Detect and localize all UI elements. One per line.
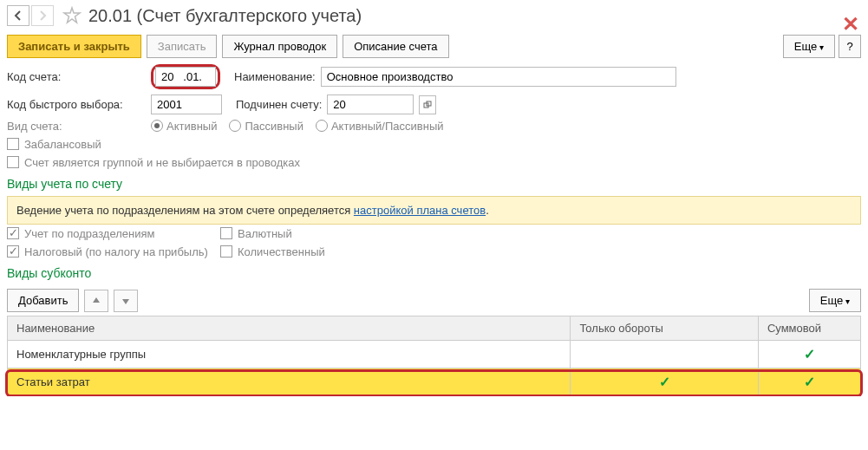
col-turnover: Только обороты <box>571 316 758 341</box>
col-sum: Суммовой <box>758 316 860 341</box>
move-down-button[interactable] <box>114 290 138 312</box>
quickcode-input[interactable] <box>151 95 222 114</box>
account-kind-radio-group: Активный Пассивный Активный/Пассивный <box>151 120 444 133</box>
radio-active[interactable]: Активный <box>151 120 217 133</box>
qty-checkbox[interactable]: Количественный <box>220 245 325 258</box>
code-highlight-ring <box>151 64 220 89</box>
quickcode-label: Код быстрого выбора: <box>7 98 146 111</box>
col-name: Наименование <box>8 316 571 341</box>
check-icon: ✓ <box>804 347 815 362</box>
account-name-input[interactable] <box>321 67 676 87</box>
subkonto-table[interactable]: Наименование Только обороты Суммовой Ном… <box>7 316 861 396</box>
table-row[interactable]: Номенклатурные группы ✓ <box>8 341 861 368</box>
parent-label: Подчинен счету: <box>236 98 322 111</box>
plan-settings-link[interactable]: настройкой плана счетов <box>354 204 486 217</box>
check-icon: ✓ <box>804 375 815 389</box>
close-icon[interactable]: ✕ <box>842 12 859 36</box>
account-kind-label: Вид счета: <box>7 120 146 133</box>
favorite-star-icon[interactable] <box>62 6 82 25</box>
offbalance-checkbox[interactable]: Забалансовый <box>7 138 101 151</box>
help-button[interactable]: ? <box>839 35 861 58</box>
save-button[interactable]: Записать <box>147 35 218 58</box>
isgroup-checkbox[interactable]: Счет является группой и не выбирается в … <box>7 156 300 169</box>
note-bar: Ведение учета по подразделениям на этом … <box>7 196 861 225</box>
name-label: Наименование: <box>234 70 316 83</box>
journal-button[interactable]: Журнал проводок <box>222 35 337 58</box>
more-button[interactable]: Еще <box>783 35 835 58</box>
check-icon: ✓ <box>659 375 670 389</box>
radio-passive[interactable]: Пассивный <box>229 120 303 133</box>
nav-forward-button[interactable] <box>31 5 54 26</box>
currency-checkbox[interactable]: Валютный <box>220 227 292 240</box>
code-label: Код счета: <box>7 70 146 83</box>
subkonto-more-button[interactable]: Еще <box>809 289 861 312</box>
by-dept-checkbox[interactable]: Учет по подразделениям <box>7 227 215 240</box>
move-up-button[interactable] <box>84 290 108 312</box>
save-close-button[interactable]: Записать и закрыть <box>7 35 141 58</box>
section-accounting-kinds: Виды учета по счету <box>0 172 868 196</box>
section-subkonto: Виды субконто <box>0 261 868 285</box>
account-description-button[interactable]: Описание счета <box>343 35 448 58</box>
radio-active-passive[interactable]: Активный/Пассивный <box>316 120 444 133</box>
page-title: 20.01 (Счет бухгалтерского учета) <box>88 6 362 26</box>
parent-account-ref-button[interactable] <box>419 95 436 114</box>
add-subkonto-button[interactable]: Добавить <box>7 289 79 312</box>
nav-back-button[interactable] <box>7 5 29 26</box>
parent-account-input[interactable] <box>327 95 414 114</box>
tax-checkbox[interactable]: Налоговый (по налогу на прибыль) <box>7 245 215 258</box>
table-row[interactable]: Статьи затрат ✓ ✓ <box>8 368 861 396</box>
account-code-input[interactable] <box>155 67 216 87</box>
